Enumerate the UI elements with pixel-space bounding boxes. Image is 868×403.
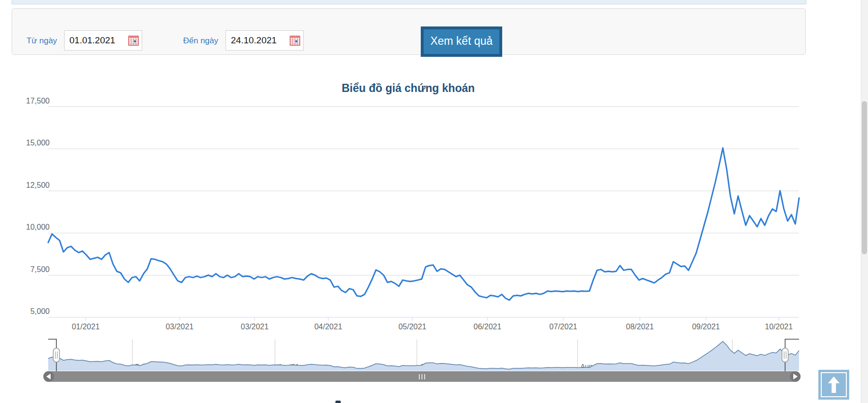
y-axis-label: 15,000 [26,139,50,147]
x-axis-label: 05/2021 [399,323,427,331]
y-axis-label: 10,000 [26,223,50,231]
x-axis-label: 04/2021 [314,323,342,331]
to-date-label: Đến ngày [183,36,218,46]
page-scrollbar-thumb[interactable] [862,101,867,254]
back-to-top-border [821,372,847,397]
x-axis-label: 03/2021 [166,323,194,331]
x-axis-label: 10/2021 [765,323,793,331]
page-scrollbar-track[interactable] [861,0,868,403]
to-date-input[interactable]: 24.10.2021 [226,30,304,51]
from-date-input[interactable]: 01.01.2021 [64,30,142,51]
navigator-handle-left[interactable] [53,348,60,362]
y-axis-label: 7,500 [30,265,50,273]
calendar-icon[interactable] [290,35,300,46]
y-axis-label: 12,500 [26,181,50,189]
y-axis-label: 5,000 [30,307,50,315]
navigator-area [48,341,799,371]
x-axis-label: 01/2021 [72,323,100,331]
back-to-top-button[interactable] [818,370,849,400]
price-line-series [48,148,799,300]
chart-title: Biểu đồ giá chứng khoán [0,82,816,95]
price-chart: 17,50015,00012,50010,0007,5005,00001/202… [0,96,868,403]
from-date-value: 01.01.2021 [69,31,115,50]
navigator-handle-right[interactable] [782,348,788,362]
x-axis-label: 09/2021 [692,323,720,331]
top-tab-strip [12,0,806,4]
x-axis-label: 08/2021 [626,323,654,331]
clipped-next-section-text [335,401,341,403]
from-date-label: Từ ngày [27,36,57,46]
view-results-button[interactable]: Xem kết quả [421,26,502,57]
x-axis-label: 06/2021 [474,323,502,331]
date-filter-panel: Từ ngày 01.01.2021 Đến ngày 24.10.2021 X… [12,8,806,55]
y-axis-label: 17,500 [26,97,50,105]
x-axis-label: 07/2021 [549,323,577,331]
calendar-icon[interactable] [128,35,139,46]
x-axis-label: 03/2021 [241,323,269,331]
to-date-value: 24.10.2021 [231,31,277,50]
